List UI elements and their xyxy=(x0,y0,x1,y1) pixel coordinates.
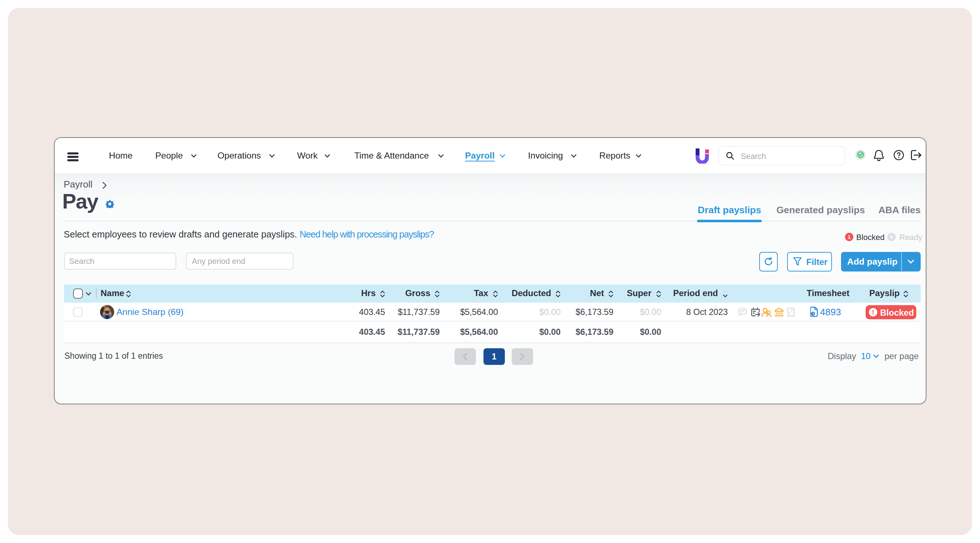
svg-text:$: $ xyxy=(791,309,792,312)
